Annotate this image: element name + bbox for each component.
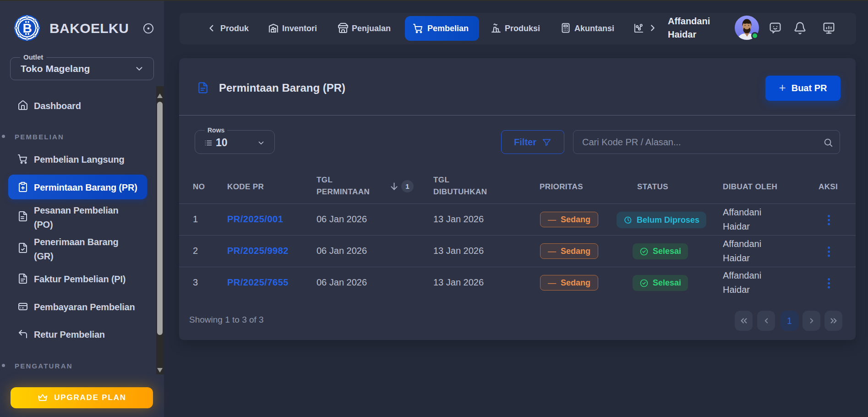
svg-text:B: B: [22, 21, 32, 35]
